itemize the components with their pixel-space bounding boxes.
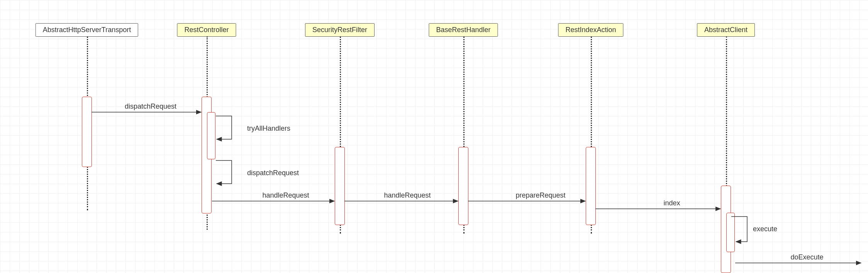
sequence-diagram: AbstractHttpServerTransport RestControll… xyxy=(0,0,868,273)
arrow-m7 xyxy=(731,217,747,242)
msg-label-m0: dispatchRequest xyxy=(125,102,176,111)
msg-label-m3: handleRequest xyxy=(262,191,309,200)
arrow-m2 xyxy=(216,160,232,184)
arrow-m1 xyxy=(216,116,232,139)
msg-label-m2: dispatchRequest xyxy=(247,169,299,178)
msg-label-m6: index xyxy=(663,199,680,208)
arrows-layer xyxy=(0,0,868,273)
msg-label-m1: tryAllHandlers xyxy=(247,125,290,133)
msg-label-m4: handleRequest xyxy=(384,191,431,200)
msg-label-m7: execute xyxy=(753,225,777,234)
msg-label-m8: doExecute xyxy=(790,253,823,262)
msg-label-m5: prepareRequest xyxy=(515,191,565,200)
